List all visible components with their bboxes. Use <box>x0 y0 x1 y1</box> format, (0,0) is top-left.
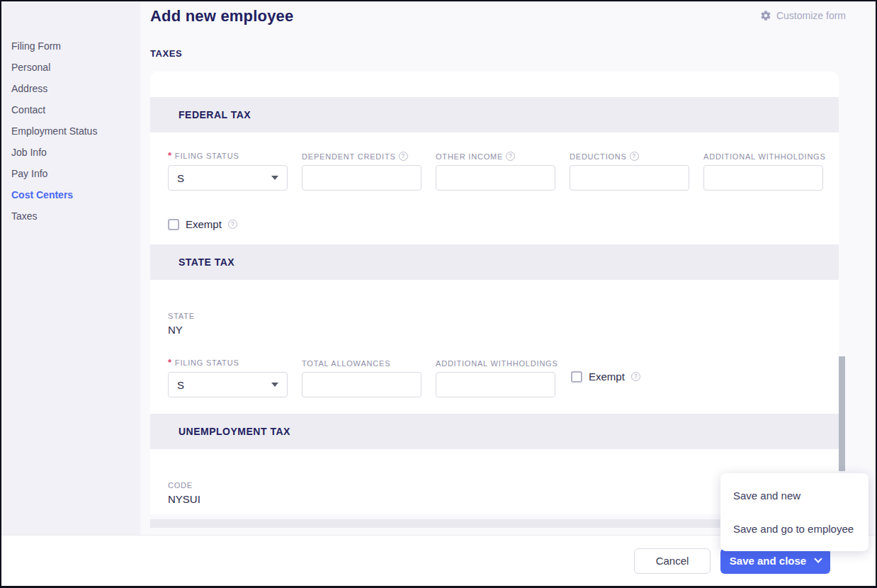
state-value: NY <box>168 324 822 336</box>
add-employee-window: Filing Form Personal Address Contact Emp… <box>0 0 877 588</box>
state-fields-row: * FILING STATUS S TOTAL ALLOW <box>168 357 822 414</box>
label-text: FILING STATUS <box>175 152 239 160</box>
federal-tax-header: FEDERAL TAX <box>150 97 839 132</box>
field-deductions: DEDUCTIONS ? <box>570 152 689 191</box>
label-text: TOTAL ALLOWANCES <box>302 359 390 368</box>
cancel-button[interactable]: Cancel <box>634 548 711 574</box>
total-allowances-label: TOTAL ALLOWANCES <box>302 359 421 368</box>
dependent-credits-input[interactable] <box>302 165 421 191</box>
state-additional-withholdings-label: ADDITIONAL WITHHOLDINGS <box>436 359 555 368</box>
sidebar-item-contact[interactable]: Contact <box>11 99 140 120</box>
help-icon[interactable]: ? <box>631 372 640 381</box>
main-panel: Customize form Add new employee TAXES FE… <box>140 1 876 535</box>
state-label: STATE <box>168 312 822 320</box>
required-asterisk: * <box>168 357 172 368</box>
federal-filing-status-select[interactable]: S <box>168 165 288 191</box>
deductions-input[interactable] <box>570 165 689 191</box>
menu-item-save-and-go-to-employee[interactable]: Save and go to employee <box>720 519 868 539</box>
customize-form-button[interactable]: Customize form <box>760 10 846 21</box>
chevron-down-icon <box>271 383 278 387</box>
sidebar-item-address[interactable]: Address <box>11 78 140 99</box>
save-options-menu: Save and new Save and go to employee <box>720 473 868 551</box>
sidebar: Filing Form Personal Address Contact Emp… <box>1 1 140 535</box>
gear-icon <box>760 10 771 21</box>
sidebar-item-personal[interactable]: Personal <box>11 57 140 78</box>
deductions-label: DEDUCTIONS ? <box>570 152 689 161</box>
selected-value: S <box>177 379 184 391</box>
federal-tax-body: * FILING STATUS S DEPENDENT C <box>150 132 839 230</box>
dependent-credits-label: DEPENDENT CREDITS ? <box>302 152 421 161</box>
label-text: DEPENDENT CREDITS <box>302 152 396 161</box>
taxes-section-label: TAXES <box>150 48 876 59</box>
card-top-spacer <box>150 72 839 97</box>
customize-form-label: Customize form <box>776 10 846 21</box>
sidebar-item-taxes[interactable]: Taxes <box>11 205 140 227</box>
sidebar-item-pay-info[interactable]: Pay Info <box>11 163 140 184</box>
federal-exempt-label: Exempt <box>186 218 222 230</box>
chevron-down-icon <box>815 555 822 562</box>
field-state-additional-withholdings: ADDITIONAL WITHHOLDINGS <box>436 359 555 397</box>
content-row: Filing Form Personal Address Contact Emp… <box>1 1 876 535</box>
chevron-down-icon <box>271 176 278 180</box>
field-federal-additional-withholdings: ADDITIONAL WITHHOLDINGS <box>703 152 823 191</box>
sidebar-item-filing-form[interactable]: Filing Form <box>11 35 140 57</box>
field-total-allowances: TOTAL ALLOWANCES <box>302 359 421 397</box>
help-icon[interactable]: ? <box>228 220 237 229</box>
state-tax-body: STATE NY * FILING STATUS S <box>150 280 839 414</box>
state-filing-status-select[interactable]: S <box>168 372 288 397</box>
state-exempt-row: Exempt ? <box>571 371 640 384</box>
help-icon[interactable]: ? <box>630 152 639 161</box>
unemployment-tax-header: UNEMPLOYMENT TAX <box>150 414 839 449</box>
taxes-card: FEDERAL TAX * FILING STATUS S <box>150 72 839 514</box>
required-asterisk: * <box>168 150 172 161</box>
federal-exempt-checkbox[interactable] <box>168 219 179 230</box>
other-income-input[interactable] <box>436 165 555 191</box>
scrollbar-thumb[interactable] <box>839 356 845 471</box>
menu-item-save-and-new[interactable]: Save and new <box>720 485 868 506</box>
selected-value: S <box>177 172 184 184</box>
help-icon[interactable]: ? <box>506 152 515 161</box>
sidebar-item-employment-status[interactable]: Employment Status <box>11 120 140 142</box>
field-other-income: OTHER INCOME ? <box>436 152 555 191</box>
label-text: ADDITIONAL WITHHOLDINGS <box>436 359 558 368</box>
field-federal-filing-status: * FILING STATUS S <box>168 150 288 191</box>
other-income-label: OTHER INCOME ? <box>436 152 555 161</box>
field-state-filing-status: * FILING STATUS S <box>168 357 288 397</box>
help-icon[interactable]: ? <box>399 152 408 161</box>
label-text: FILING STATUS <box>175 358 239 367</box>
field-dependent-credits: DEPENDENT CREDITS ? <box>302 152 421 191</box>
main-inner: Add new employee TAXES FEDERAL TAX * FIL… <box>140 1 876 528</box>
save-and-close-button[interactable]: Save and close <box>720 548 830 574</box>
federal-fields-row: * FILING STATUS S DEPENDENT C <box>168 150 822 191</box>
label-text: OTHER INCOME <box>436 152 503 161</box>
label-text: ADDITIONAL WITHHOLDINGS <box>703 152 826 161</box>
state-tax-header: STATE TAX <box>150 244 839 280</box>
state-exempt-label: Exempt <box>589 371 625 383</box>
federal-additional-withholdings-input[interactable] <box>703 165 823 191</box>
state-exempt-checkbox[interactable] <box>571 371 582 383</box>
label-text: DEDUCTIONS <box>570 152 627 161</box>
federal-exempt-row: Exempt ? <box>168 218 822 230</box>
federal-additional-withholdings-label: ADDITIONAL WITHHOLDINGS <box>703 152 823 161</box>
state-filing-status-label: * FILING STATUS <box>168 357 288 368</box>
federal-filing-status-label: * FILING STATUS <box>168 150 288 161</box>
save-and-close-label: Save and close <box>730 555 806 567</box>
sidebar-item-job-info[interactable]: Job Info <box>11 142 140 163</box>
total-allowances-input[interactable] <box>302 372 421 397</box>
state-readonly-block: STATE NY <box>168 280 822 336</box>
state-additional-withholdings-input[interactable] <box>436 372 555 397</box>
sidebar-item-cost-centers[interactable]: Cost Centers <box>11 184 140 205</box>
